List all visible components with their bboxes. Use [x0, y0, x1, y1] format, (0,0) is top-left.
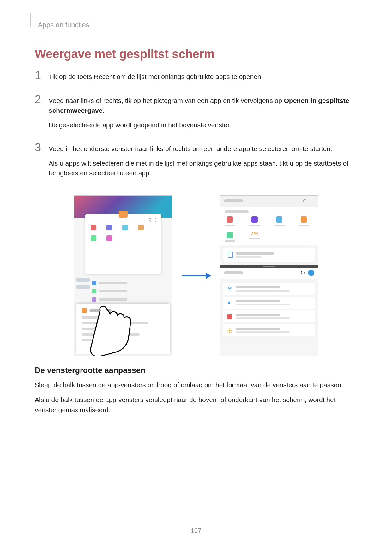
apk-label: APK [251, 232, 258, 236]
figure-row: Q ⋮ [35, 195, 357, 356]
hand-pointer-icon [87, 300, 153, 356]
step-text: Tik op de toets Recent om de lijst met o… [49, 72, 357, 82]
step-number: 2 [35, 94, 49, 105]
more-icon: ⋮ [310, 198, 314, 203]
search-icon: Q [303, 198, 307, 203]
svg-line-6 [228, 329, 228, 329]
section-heading: De venstergrootte aanpassen [35, 366, 357, 375]
svg-line-8 [231, 329, 232, 329]
header-divider [30, 13, 31, 27]
figure-phone-left: Q ⋮ [74, 195, 172, 356]
steps-list: 1 Tik op de toets Recent om de lijst met… [35, 72, 357, 183]
avatar-icon [308, 270, 314, 276]
split-screen-divider [220, 265, 318, 268]
step-subtext: Als u apps wilt selecteren die niet in d… [49, 158, 357, 178]
wifi-icon [227, 286, 232, 292]
svg-line-7 [231, 332, 232, 333]
step-1: 1 Tik op de toets Recent om de lijst met… [35, 72, 357, 86]
svg-point-0 [229, 290, 230, 291]
figure-phone-right: Q ⋮ APK Q [220, 195, 318, 356]
page-content: Apps en functies Weergave met gesplitst … [0, 0, 392, 415]
step-number: 3 [35, 142, 49, 153]
search-icon: Q [301, 270, 305, 276]
svg-point-1 [229, 330, 231, 332]
breadcrumb: Apps en functies [38, 21, 357, 29]
step-text: Veeg in het onderste venster naar links … [49, 144, 357, 154]
step-subtext: De geselecteerde app wordt geopend in he… [49, 120, 357, 130]
page-number: 107 [0, 527, 392, 534]
notification-icon [227, 314, 232, 319]
step-text: Veeg naar links of rechts, tik op het pi… [49, 96, 357, 116]
arrow-right-icon [182, 275, 210, 276]
body-paragraph: Sleep de balk tussen de app-vensters omh… [35, 380, 357, 390]
body-paragraph: Als u de balk tussen de app-vensters ver… [35, 395, 357, 415]
brightness-icon [227, 328, 232, 333]
sound-icon [227, 300, 232, 305]
page-title: Weergave met gesplitst scherm [35, 47, 357, 61]
svg-line-9 [228, 332, 228, 333]
step-3: 3 Veeg in het onderste venster naar link… [35, 144, 357, 183]
step-number: 1 [35, 70, 49, 81]
step-2: 2 Veeg naar links of rechts, tik op het … [35, 96, 357, 135]
